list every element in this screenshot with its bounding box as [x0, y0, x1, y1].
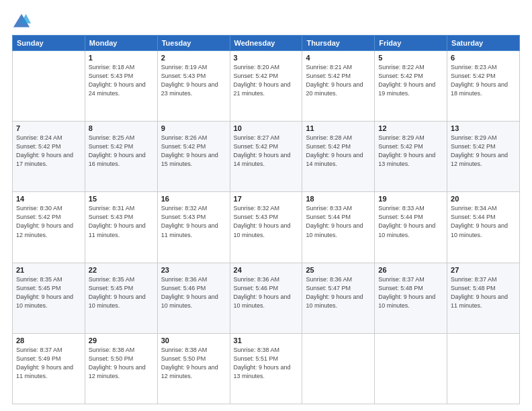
day-number: 21 — [16, 266, 81, 274]
day-number: 4 — [306, 54, 371, 62]
calendar-cell — [375, 333, 447, 404]
day-number: 26 — [378, 266, 443, 274]
day-number: 15 — [89, 195, 154, 203]
day-number: 27 — [451, 266, 516, 274]
calendar-cell: 24 Sunrise: 8:36 AMSunset: 5:46 PMDaylig… — [230, 263, 302, 333]
day-number: 24 — [234, 266, 299, 274]
day-number: 29 — [89, 336, 154, 345]
day-info: Sunrise: 8:33 AMSunset: 5:44 PMDaylight:… — [306, 204, 371, 239]
calendar-header: SundayMondayTuesdayWednesdayThursdayFrid… — [13, 36, 520, 51]
day-info: Sunrise: 8:38 AMSunset: 5:50 PMDaylight:… — [161, 346, 226, 381]
day-info: Sunrise: 8:37 AMSunset: 5:49 PMDaylight:… — [16, 346, 81, 381]
day-info: Sunrise: 8:36 AMSunset: 5:47 PMDaylight:… — [306, 275, 371, 310]
day-info: Sunrise: 8:36 AMSunset: 5:46 PMDaylight:… — [161, 275, 226, 310]
calendar-cell: 4 Sunrise: 8:21 AMSunset: 5:42 PMDayligh… — [302, 51, 375, 122]
calendar-cell: 28 Sunrise: 8:37 AMSunset: 5:49 PMDaylig… — [13, 333, 85, 404]
calendar-week-row: 1 Sunrise: 8:18 AMSunset: 5:43 PMDayligh… — [13, 51, 520, 122]
day-number: 12 — [378, 124, 443, 132]
calendar-cell: 30 Sunrise: 8:38 AMSunset: 5:50 PMDaylig… — [157, 333, 230, 404]
day-number: 1 — [89, 54, 154, 62]
day-number: 13 — [451, 124, 516, 132]
calendar-cell: 29 Sunrise: 8:38 AMSunset: 5:50 PMDaylig… — [85, 333, 157, 404]
calendar-cell: 5 Sunrise: 8:22 AMSunset: 5:42 PMDayligh… — [375, 51, 447, 122]
header — [12, 12, 520, 31]
calendar-week-row: 21 Sunrise: 8:35 AMSunset: 5:45 PMDaylig… — [13, 263, 520, 333]
day-info: Sunrise: 8:22 AMSunset: 5:42 PMDaylight:… — [378, 63, 443, 98]
calendar-cell: 3 Sunrise: 8:20 AMSunset: 5:42 PMDayligh… — [230, 51, 302, 122]
day-info: Sunrise: 8:20 AMSunset: 5:42 PMDaylight:… — [234, 63, 299, 98]
calendar-cell: 31 Sunrise: 8:38 AMSunset: 5:51 PMDaylig… — [230, 333, 302, 404]
day-number: 3 — [234, 54, 299, 62]
weekday-header: Sunday — [13, 36, 85, 51]
weekday-header: Tuesday — [157, 36, 230, 51]
day-info: Sunrise: 8:29 AMSunset: 5:42 PMDaylight:… — [378, 134, 443, 169]
calendar-cell: 12 Sunrise: 8:29 AMSunset: 5:42 PMDaylig… — [375, 122, 447, 192]
day-info: Sunrise: 8:34 AMSunset: 5:44 PMDaylight:… — [451, 204, 516, 239]
calendar-cell: 27 Sunrise: 8:37 AMSunset: 5:48 PMDaylig… — [447, 263, 520, 333]
day-number: 5 — [378, 54, 443, 62]
day-info: Sunrise: 8:23 AMSunset: 5:42 PMDaylight:… — [451, 63, 516, 98]
calendar-week-row: 7 Sunrise: 8:24 AMSunset: 5:42 PMDayligh… — [13, 122, 520, 192]
day-number: 6 — [451, 54, 516, 62]
calendar-cell: 11 Sunrise: 8:28 AMSunset: 5:42 PMDaylig… — [302, 122, 375, 192]
calendar-cell — [447, 333, 520, 404]
calendar-cell: 2 Sunrise: 8:19 AMSunset: 5:43 PMDayligh… — [157, 51, 230, 122]
weekday-header: Friday — [375, 36, 447, 51]
calendar-cell: 13 Sunrise: 8:29 AMSunset: 5:42 PMDaylig… — [447, 122, 520, 192]
day-number: 30 — [161, 336, 226, 345]
calendar-cell: 22 Sunrise: 8:35 AMSunset: 5:45 PMDaylig… — [85, 263, 157, 333]
calendar-cell: 21 Sunrise: 8:35 AMSunset: 5:45 PMDaylig… — [13, 263, 85, 333]
day-number: 18 — [306, 195, 371, 203]
day-info: Sunrise: 8:32 AMSunset: 5:43 PMDaylight:… — [234, 204, 299, 239]
calendar-week-row: 28 Sunrise: 8:37 AMSunset: 5:49 PMDaylig… — [13, 333, 520, 404]
day-info: Sunrise: 8:30 AMSunset: 5:42 PMDaylight:… — [16, 204, 81, 239]
calendar-cell: 7 Sunrise: 8:24 AMSunset: 5:42 PMDayligh… — [13, 122, 85, 192]
day-info: Sunrise: 8:29 AMSunset: 5:42 PMDaylight:… — [451, 134, 516, 169]
weekday-header: Monday — [85, 36, 157, 51]
calendar-cell: 15 Sunrise: 8:31 AMSunset: 5:43 PMDaylig… — [85, 192, 157, 263]
page: SundayMondayTuesdayWednesdayThursdayFrid… — [0, 0, 532, 411]
calendar-week-row: 14 Sunrise: 8:30 AMSunset: 5:42 PMDaylig… — [13, 192, 520, 263]
calendar-cell: 23 Sunrise: 8:36 AMSunset: 5:46 PMDaylig… — [157, 263, 230, 333]
calendar-cell: 16 Sunrise: 8:32 AMSunset: 5:43 PMDaylig… — [157, 192, 230, 263]
calendar-cell: 8 Sunrise: 8:25 AMSunset: 5:42 PMDayligh… — [85, 122, 157, 192]
day-number: 23 — [161, 266, 226, 274]
logo-icon — [12, 12, 31, 31]
calendar-cell: 20 Sunrise: 8:34 AMSunset: 5:44 PMDaylig… — [447, 192, 520, 263]
day-info: Sunrise: 8:18 AMSunset: 5:43 PMDaylight:… — [89, 63, 154, 98]
day-info: Sunrise: 8:31 AMSunset: 5:43 PMDaylight:… — [89, 204, 154, 239]
calendar-cell — [302, 333, 375, 404]
day-info: Sunrise: 8:26 AMSunset: 5:42 PMDaylight:… — [161, 134, 226, 169]
weekday-header: Thursday — [302, 36, 375, 51]
calendar-cell: 10 Sunrise: 8:27 AMSunset: 5:42 PMDaylig… — [230, 122, 302, 192]
calendar-cell: 1 Sunrise: 8:18 AMSunset: 5:43 PMDayligh… — [85, 51, 157, 122]
calendar-cell: 18 Sunrise: 8:33 AMSunset: 5:44 PMDaylig… — [302, 192, 375, 263]
day-info: Sunrise: 8:37 AMSunset: 5:48 PMDaylight:… — [451, 275, 516, 310]
day-info: Sunrise: 8:35 AMSunset: 5:45 PMDaylight:… — [16, 275, 81, 310]
day-number: 8 — [89, 124, 154, 132]
calendar-cell: 17 Sunrise: 8:32 AMSunset: 5:43 PMDaylig… — [230, 192, 302, 263]
calendar: SundayMondayTuesdayWednesdayThursdayFrid… — [12, 35, 520, 404]
day-info: Sunrise: 8:19 AMSunset: 5:43 PMDaylight:… — [161, 63, 226, 98]
calendar-cell: 26 Sunrise: 8:37 AMSunset: 5:48 PMDaylig… — [375, 263, 447, 333]
day-info: Sunrise: 8:36 AMSunset: 5:46 PMDaylight:… — [234, 275, 299, 310]
day-info: Sunrise: 8:38 AMSunset: 5:50 PMDaylight:… — [89, 346, 154, 381]
day-info: Sunrise: 8:25 AMSunset: 5:42 PMDaylight:… — [89, 134, 154, 169]
calendar-cell: 14 Sunrise: 8:30 AMSunset: 5:42 PMDaylig… — [13, 192, 85, 263]
calendar-cell: 9 Sunrise: 8:26 AMSunset: 5:42 PMDayligh… — [157, 122, 230, 192]
day-info: Sunrise: 8:28 AMSunset: 5:42 PMDaylight:… — [306, 134, 371, 169]
calendar-cell — [13, 51, 85, 122]
day-number: 31 — [234, 336, 299, 345]
day-info: Sunrise: 8:21 AMSunset: 5:42 PMDaylight:… — [306, 63, 371, 98]
day-info: Sunrise: 8:32 AMSunset: 5:43 PMDaylight:… — [161, 204, 226, 239]
day-number: 22 — [89, 266, 154, 274]
day-number: 28 — [16, 336, 81, 345]
day-number: 9 — [161, 124, 226, 132]
day-number: 7 — [16, 124, 81, 132]
day-info: Sunrise: 8:38 AMSunset: 5:51 PMDaylight:… — [234, 346, 299, 381]
day-info: Sunrise: 8:37 AMSunset: 5:48 PMDaylight:… — [378, 275, 443, 310]
day-info: Sunrise: 8:33 AMSunset: 5:44 PMDaylight:… — [378, 204, 443, 239]
logo — [12, 12, 34, 31]
day-info: Sunrise: 8:24 AMSunset: 5:42 PMDaylight:… — [16, 134, 81, 169]
weekday-header: Saturday — [447, 36, 520, 51]
